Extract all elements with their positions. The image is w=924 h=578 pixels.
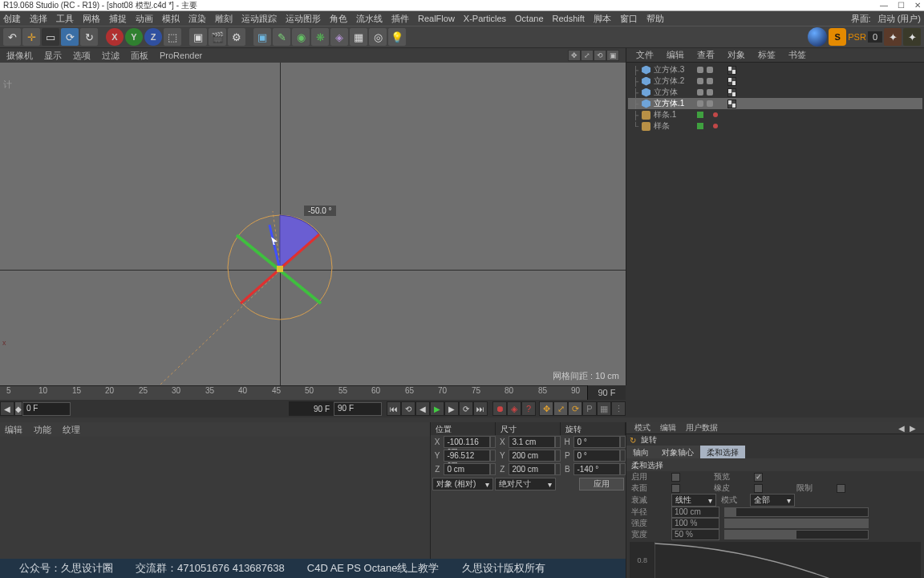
attr-mode-tab-active[interactable]: 柔和选择 xyxy=(700,446,745,458)
prev-key-button[interactable]: ⟲ xyxy=(401,401,415,416)
next-key-button[interactable]: ⟳ xyxy=(459,401,473,416)
camera-button[interactable]: ◎ xyxy=(369,28,387,46)
size-z-input[interactable]: 200 cm xyxy=(509,463,554,475)
mat-tab[interactable]: 功能 xyxy=(34,424,51,436)
om-tab[interactable]: 文件 xyxy=(630,47,660,63)
rot-key-toggle[interactable]: ⟳ xyxy=(568,401,582,416)
menu-item[interactable]: 模拟 xyxy=(162,13,180,25)
rot-b-input[interactable]: -140 ° xyxy=(573,463,619,475)
coord-sys-button[interactable]: ⬚ xyxy=(164,28,181,46)
autokey-button[interactable]: ◈ xyxy=(507,401,521,416)
snap-button[interactable] xyxy=(808,27,827,47)
surface-checkbox[interactable] xyxy=(671,484,680,493)
vp-zoom-icon[interactable]: ⤢ xyxy=(581,50,594,61)
vp-menu-item[interactable]: 显示 xyxy=(44,50,62,62)
texture-tag-icon[interactable] xyxy=(727,77,736,86)
radius-input[interactable]: 100 cm xyxy=(671,507,719,518)
next-frame-button[interactable]: ▶ xyxy=(444,401,459,416)
menu-item[interactable]: 网格 xyxy=(83,13,100,25)
rotate-tool[interactable]: ⟳ xyxy=(61,28,79,46)
width-input[interactable]: 50 % xyxy=(671,529,719,540)
pos-key-toggle[interactable]: ✥ xyxy=(539,401,553,416)
undo-icon[interactable]: ↶ xyxy=(3,28,21,46)
vp-menu-item[interactable]: 选项 xyxy=(73,50,91,62)
pos-z-input[interactable]: 0 cm xyxy=(444,463,489,475)
spinner[interactable] xyxy=(555,463,561,475)
go-last-button[interactable]: ⏭ xyxy=(473,401,488,416)
om-tab[interactable]: 书签 xyxy=(782,47,813,63)
menu-item[interactable]: 脚本 xyxy=(594,13,611,25)
generator-button[interactable]: ◉ xyxy=(292,28,310,46)
start-frame-input[interactable]: 0 F xyxy=(22,402,71,416)
object-row[interactable]: ├样条.1 xyxy=(628,109,922,120)
om-tab[interactable]: 对象 xyxy=(721,47,752,63)
object-row[interactable]: ├立方体.3 xyxy=(628,64,922,75)
menu-item[interactable]: 流水线 xyxy=(356,13,383,25)
radius-slider[interactable] xyxy=(724,507,869,517)
apply-button[interactable]: 应用 xyxy=(579,478,624,490)
limit-checkbox[interactable] xyxy=(837,484,845,493)
attr-tab[interactable]: 用户数据 xyxy=(686,422,718,434)
environment-button[interactable]: ▦ xyxy=(350,28,367,46)
substance-button[interactable]: S xyxy=(829,28,846,46)
menu-item[interactable]: 角色 xyxy=(330,13,347,25)
record-button[interactable]: ⏺ xyxy=(492,401,507,416)
render-settings-button[interactable]: ⚙ xyxy=(228,28,245,46)
object-row-selected[interactable]: ├立方体.1 xyxy=(628,98,922,109)
nav-button-2[interactable]: ✦ xyxy=(903,28,921,46)
spline-button[interactable]: ✎ xyxy=(273,28,290,46)
size-y-input[interactable]: 200 cm xyxy=(509,450,554,462)
menu-item[interactable]: 创建 xyxy=(3,13,21,25)
vp-menu-item[interactable]: 过滤 xyxy=(102,50,120,62)
falloff-curve[interactable]: 0.8 0.4 0.0 0.2 0.3 0.4 0.5 0.6 0.7 0.8 … xyxy=(630,542,921,578)
axis-z-toggle[interactable]: Z xyxy=(144,28,162,46)
range-slider[interactable]: ◆ xyxy=(14,401,22,416)
rot-h-input[interactable]: 0 ° xyxy=(573,436,619,448)
spinner[interactable] xyxy=(555,436,561,448)
axis-x-toggle[interactable]: X xyxy=(106,28,124,46)
vp-menu-item[interactable]: ProRender xyxy=(160,51,202,60)
end-frame-input[interactable]: 90 F xyxy=(334,402,382,416)
attr-mode-tab[interactable]: 对象轴心 xyxy=(655,446,700,458)
cursor-tool[interactable]: ✛ xyxy=(22,28,40,46)
object-row[interactable]: └样条 xyxy=(628,120,922,132)
vp-orbit-icon[interactable]: ⟲ xyxy=(594,50,606,61)
param-key-toggle[interactable]: P xyxy=(582,401,597,416)
menu-item[interactable]: 插件 xyxy=(391,13,409,25)
menu-item[interactable]: 帮助 xyxy=(646,13,664,25)
rot-p-input[interactable]: 0 ° xyxy=(573,450,619,462)
width-slider[interactable] xyxy=(724,530,869,539)
rubber-checkbox[interactable] xyxy=(754,484,763,493)
menu-item[interactable]: 捕捉 xyxy=(109,13,127,25)
prev-frame-button[interactable]: ◀ xyxy=(415,401,430,416)
mode-select[interactable]: 全部 xyxy=(750,494,795,507)
loop-tool[interactable]: ↻ xyxy=(80,28,98,46)
light-button[interactable]: 💡 xyxy=(388,28,406,46)
cube-primitive-button[interactable]: ▣ xyxy=(253,28,271,46)
menu-item[interactable]: 动画 xyxy=(136,13,153,25)
attr-tab[interactable]: 编辑 xyxy=(660,422,676,434)
play-button[interactable]: ▶ xyxy=(430,401,444,416)
opt-key-toggle[interactable]: ⋮ xyxy=(611,401,626,416)
spinner[interactable] xyxy=(620,450,626,462)
go-first-button[interactable]: ⏮ xyxy=(387,401,401,416)
pos-y-input[interactable]: -96.512 cm xyxy=(444,450,489,462)
menu-item[interactable]: 运动图形 xyxy=(286,13,321,25)
vp-menu-item[interactable]: 摄像机 xyxy=(6,50,33,62)
spinner[interactable] xyxy=(490,436,496,448)
size-mode-select[interactable]: 绝对尺寸 xyxy=(495,478,556,490)
size-x-input[interactable]: 3.1 cm xyxy=(509,436,554,448)
om-tab[interactable]: 查看 xyxy=(691,47,721,63)
scale-key-toggle[interactable]: ⤢ xyxy=(553,401,568,416)
history-nav[interactable]: ◀ ▶ xyxy=(898,424,916,433)
strength-slider[interactable] xyxy=(724,519,869,528)
menu-item[interactable]: Redshift xyxy=(553,14,585,23)
deformer-button[interactable]: ◈ xyxy=(330,28,348,46)
coord-mode-select[interactable]: 对象 (相对) xyxy=(432,478,493,490)
attr-mode-tab[interactable]: 轴向 xyxy=(626,446,655,458)
axis-y-toggle[interactable]: Y xyxy=(125,28,143,46)
texture-tag-icon[interactable] xyxy=(727,88,736,97)
om-tab[interactable]: 标签 xyxy=(752,47,782,63)
psr-value[interactable]: 0 xyxy=(868,31,882,43)
preview-checkbox[interactable]: ✓ xyxy=(754,473,763,482)
